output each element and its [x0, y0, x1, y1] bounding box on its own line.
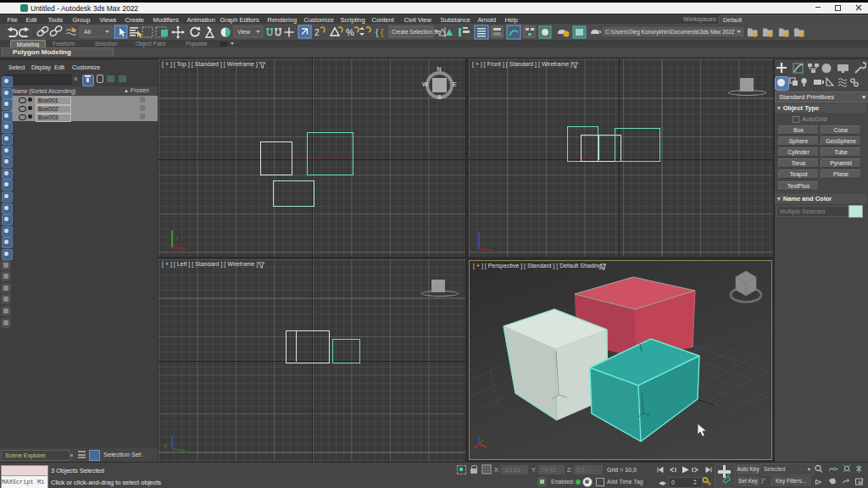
svg-text:{: {	[376, 28, 379, 37]
svg-text:2: 2	[314, 28, 320, 37]
svg-text:C:\Users\Oleg Konorykhin\Docum: C:\Users\Oleg Konorykhin\Documents\3ds M…	[605, 29, 735, 36]
svg-text:x: x	[175, 236, 179, 241]
svg-text:All: All	[84, 29, 91, 35]
svg-text:{: {	[381, 28, 384, 37]
svg-text:Create Selection Se: Create Selection Se	[392, 29, 441, 35]
svg-text:View: View	[237, 29, 251, 35]
svg-text:Y: Y	[164, 444, 168, 450]
svg-text:%: %	[346, 27, 354, 37]
